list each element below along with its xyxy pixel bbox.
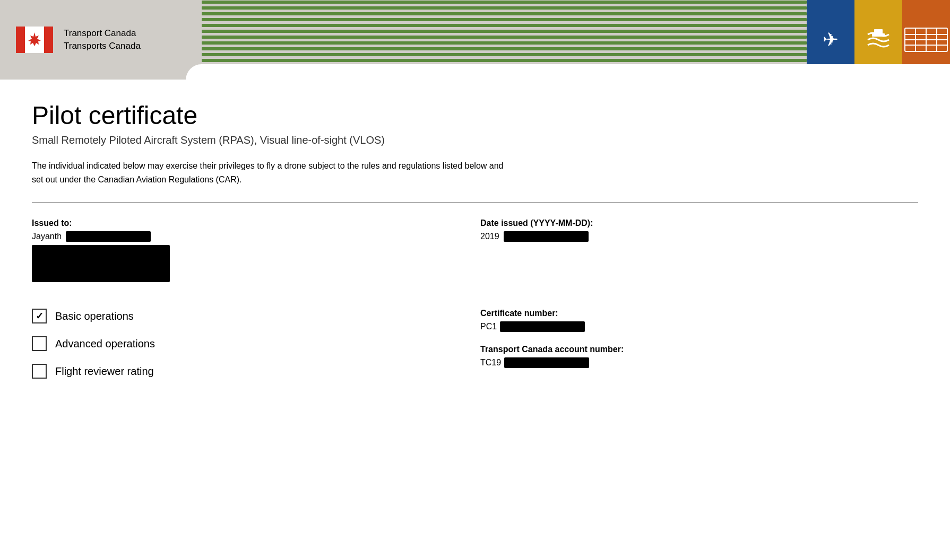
basic-operations-checkbox xyxy=(32,309,47,323)
divider xyxy=(32,202,918,203)
svg-text:✈: ✈ xyxy=(823,29,839,50)
stripe xyxy=(202,12,807,15)
date-redacted xyxy=(504,231,589,242)
svg-rect-0 xyxy=(16,27,25,53)
advanced-operations-checkbox xyxy=(32,336,47,351)
stripe xyxy=(202,47,807,50)
tc-account-redacted xyxy=(504,357,589,368)
flight-reviewer-label: Flight reviewer rating xyxy=(55,365,154,378)
stripe xyxy=(202,41,807,45)
stripe xyxy=(202,1,807,4)
flight-reviewer-checkbox xyxy=(32,364,47,379)
issued-to-surname-redacted xyxy=(66,231,151,242)
header: Transport Canada Transports Canada ✈ xyxy=(0,0,950,80)
certificate-number-field: Certificate number: PC1 xyxy=(480,309,918,332)
org-name-fr: Transports Canada xyxy=(64,40,141,52)
stripe xyxy=(202,6,807,10)
stripe xyxy=(202,59,807,62)
issued-to-name-text: Jayanth xyxy=(32,232,62,241)
header-curve xyxy=(186,64,950,80)
description: The individual indicated below may exerc… xyxy=(32,159,509,186)
issued-to-label: Issued to: xyxy=(32,218,470,228)
stripe xyxy=(202,30,807,33)
svg-rect-6 xyxy=(872,33,885,37)
tc-account-label: Transport Canada account number: xyxy=(480,345,918,354)
cert-number-redacted xyxy=(500,321,585,332)
operations-section: Basic operations Advanced operations Fli… xyxy=(32,309,918,379)
operations-list: Basic operations Advanced operations Fli… xyxy=(32,309,470,379)
canada-flag-icon xyxy=(16,27,53,53)
issued-to-address-redacted xyxy=(32,245,170,282)
canada-wordmark: Transport Canada Transports Canada xyxy=(64,27,141,52)
stripe xyxy=(202,53,807,56)
operation-advanced: Advanced operations xyxy=(32,336,470,351)
issued-to-field: Issued to: Jayanth xyxy=(32,218,470,282)
basic-operations-label: Basic operations xyxy=(55,310,134,322)
stripe xyxy=(202,36,807,39)
cert-number-prefix: PC1 xyxy=(480,322,497,331)
page-title: Pilot certificate xyxy=(32,101,918,130)
tc-account-field: Transport Canada account number: TC19 xyxy=(480,345,918,368)
date-prefix: 2019 xyxy=(480,232,499,241)
date-issued-label: Date issued (YYYY-MM-DD): xyxy=(480,218,918,228)
cert-number-value: PC1 xyxy=(480,321,918,332)
tc-account-prefix: TC19 xyxy=(480,358,501,368)
header-logo-area: Transport Canada Transports Canada xyxy=(0,0,202,80)
operation-basic: Basic operations xyxy=(32,309,470,323)
org-name-en: Transport Canada xyxy=(64,27,141,40)
certificate-info: Certificate number: PC1 Transport Canada… xyxy=(480,309,918,379)
stripe xyxy=(202,24,807,27)
main-content: Pilot certificate Small Remotely Piloted… xyxy=(0,80,950,400)
svg-rect-1 xyxy=(44,27,53,53)
info-grid: Issued to: Jayanth Date issued (YYYY-MM-… xyxy=(32,218,918,282)
issued-to-name: Jayanth xyxy=(32,231,470,242)
advanced-operations-label: Advanced operations xyxy=(55,338,155,350)
date-issued-value: 2019 xyxy=(480,231,918,242)
cert-number-label: Certificate number: xyxy=(480,309,918,318)
date-issued-field: Date issued (YYYY-MM-DD): 2019 xyxy=(480,218,918,282)
page-subtitle: Small Remotely Piloted Aircraft System (… xyxy=(32,134,918,146)
stripe xyxy=(202,18,807,21)
operation-flight-reviewer: Flight reviewer rating xyxy=(32,364,470,379)
tc-account-value: TC19 xyxy=(480,357,918,368)
